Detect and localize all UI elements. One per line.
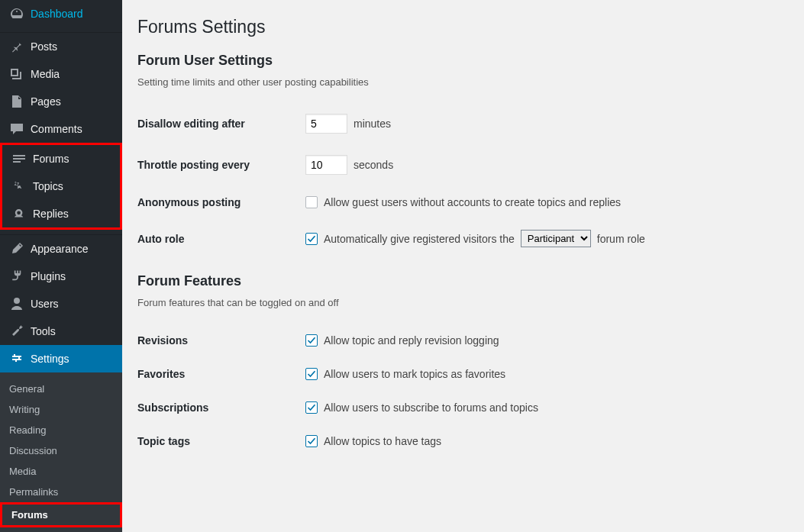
submenu-item-reading[interactable]: Reading (0, 420, 122, 440)
sidebar-item-label: Plugins (31, 270, 66, 282)
section-heading-features: Forum Features (137, 273, 789, 289)
sidebar-item-tools[interactable]: Tools (0, 318, 122, 345)
sidebar-item-label: Replies (33, 208, 69, 220)
sidebar-item-label: Posts (31, 40, 57, 53)
forum-icon (11, 151, 27, 166)
page-icon (9, 94, 24, 109)
label-topic-tags: Topic tags (137, 435, 305, 447)
reply-icon (11, 206, 27, 221)
submenu-item-general[interactable]: General (0, 379, 122, 399)
pin-icon (9, 39, 24, 54)
submenu-item-forums[interactable]: Forums (2, 505, 120, 525)
checkbox-auto-role[interactable] (305, 233, 318, 245)
row-revisions: Revisions Allow topic and reply revision… (137, 324, 789, 357)
page-title: Forums Settings (137, 17, 789, 37)
submenu-item-permalinks[interactable]: Permalinks (0, 482, 122, 502)
label-disallow-editing: Disallow editing after (137, 118, 305, 130)
unit-seconds: seconds (354, 159, 393, 171)
text-favorites: Allow users to mark topics as favorites (324, 368, 505, 380)
label-favorites: Favorites (137, 368, 305, 380)
settings-icon (9, 351, 24, 366)
label-subscriptions: Subscriptions (137, 401, 305, 414)
text-revisions: Allow topic and reply revision logging (324, 334, 499, 347)
sidebar-item-plugins[interactable]: Plugins (0, 263, 122, 290)
checkbox-topic-tags[interactable] (305, 435, 318, 447)
media-icon (9, 66, 24, 82)
checkbox-subscriptions[interactable] (305, 401, 318, 414)
input-throttle-seconds[interactable] (305, 155, 347, 175)
checkbox-revisions[interactable] (305, 334, 318, 347)
row-auto-role: Auto role Automatically give registered … (137, 219, 789, 258)
sidebar-item-users[interactable]: Users (0, 290, 122, 318)
label-anonymous-posting: Anonymous posting (137, 196, 305, 208)
sidebar-item-label: Pages (31, 95, 61, 108)
sidebar-item-label: Appearance (31, 243, 89, 255)
row-topic-tags: Topic tags Allow topics to have tags (137, 424, 789, 458)
checkbox-anonymous-posting[interactable] (305, 196, 318, 208)
sidebar-item-replies[interactable]: Replies (2, 200, 120, 227)
submenu-item-discussion[interactable]: Discussion (0, 440, 122, 461)
checkbox-favorites[interactable] (305, 368, 318, 380)
sidebar-item-label: Media (31, 68, 60, 80)
comment-icon (9, 121, 24, 137)
sidebar-item-label: Dashboard (31, 8, 83, 20)
text-topic-tags: Allow topics to have tags (324, 435, 441, 447)
app-root: Dashboard Posts Media Pages Comments For… (0, 0, 804, 532)
text-auto-role-before: Automatically give registered visitors t… (324, 233, 515, 245)
appearance-icon (9, 241, 24, 256)
dashboard-icon (9, 6, 24, 21)
sidebar-item-label: Tools (31, 325, 56, 337)
row-favorites: Favorites Allow users to mark topics as … (137, 357, 789, 391)
topic-icon (11, 179, 27, 194)
text-auto-role-after: forum role (597, 233, 645, 245)
sidebar-item-label: Settings (31, 353, 69, 365)
sidebar-item-settings[interactable]: Settings (0, 345, 122, 372)
label-auto-role: Auto role (137, 233, 305, 245)
submenu-item-media[interactable]: Media (0, 461, 122, 482)
text-anonymous-posting: Allow guest users without accounts to cr… (324, 196, 621, 208)
settings-submenu: General Writing Reading Discussion Media… (0, 372, 122, 532)
plugin-icon (9, 269, 24, 284)
admin-sidebar: Dashboard Posts Media Pages Comments For… (0, 0, 122, 532)
sidebar-item-pages[interactable]: Pages (0, 88, 122, 115)
label-revisions: Revisions (137, 334, 305, 347)
unit-minutes: minutes (354, 118, 391, 130)
select-auto-role[interactable]: Participant (521, 230, 591, 247)
highlight-box-forums-group: Forums Topics Replies (0, 143, 122, 230)
row-throttle-posting: Throttle posting every seconds (137, 144, 789, 185)
sidebar-item-media[interactable]: Media (0, 60, 122, 88)
sidebar-item-topics[interactable]: Topics (2, 172, 120, 200)
user-icon (9, 296, 24, 311)
tool-icon (9, 324, 24, 339)
label-throttle-posting: Throttle posting every (137, 159, 305, 171)
section-heading-user-settings: Forum User Settings (137, 53, 789, 69)
main-content: Forums Settings Forum User Settings Sett… (122, 0, 804, 532)
sidebar-item-label: Comments (31, 123, 82, 135)
sidebar-item-appearance[interactable]: Appearance (0, 235, 122, 263)
row-anonymous-posting: Anonymous posting Allow guest users with… (137, 185, 789, 219)
sidebar-item-comments[interactable]: Comments (0, 115, 122, 143)
sidebar-item-label: Users (31, 298, 59, 310)
sidebar-item-label: Forums (33, 153, 69, 165)
input-disallow-editing-minutes[interactable] (305, 114, 347, 134)
section-desc-user-settings: Setting time limits and other user posti… (137, 76, 789, 88)
row-subscriptions: Subscriptions Allow users to subscribe t… (137, 391, 789, 424)
highlight-box-forums-submenu: Forums (0, 502, 122, 527)
text-subscriptions: Allow users to subscribe to forums and t… (324, 401, 538, 414)
sidebar-item-forums[interactable]: Forums (2, 145, 120, 172)
section-desc-features: Forum features that can be toggled on an… (137, 297, 789, 308)
sidebar-item-label: Topics (33, 180, 63, 192)
sidebar-item-posts[interactable]: Posts (0, 33, 122, 60)
row-disallow-editing: Disallow editing after minutes (137, 103, 789, 144)
submenu-item-writing[interactable]: Writing (0, 399, 122, 420)
sidebar-item-dashboard[interactable]: Dashboard (0, 0, 122, 27)
